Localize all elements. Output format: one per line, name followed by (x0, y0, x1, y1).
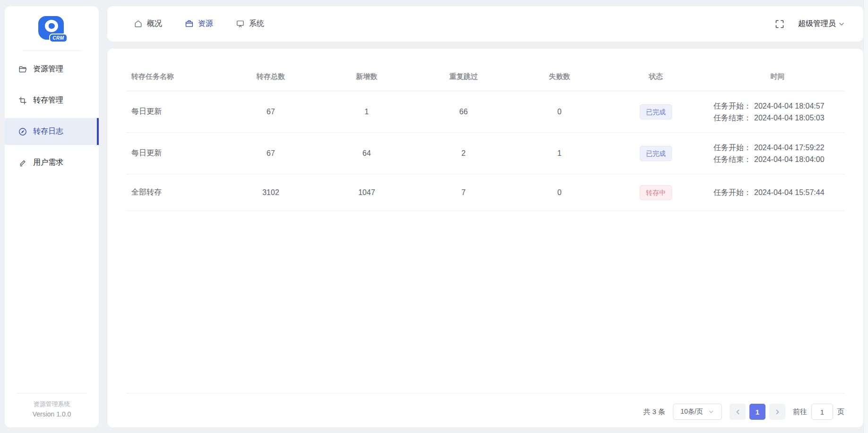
user-menu[interactable]: 超级管理员 (798, 19, 845, 29)
sidebar-menu: 资源管理 转存管理 转存日志 (5, 56, 99, 180)
cell-total: 67 (217, 149, 324, 158)
prev-page-button[interactable] (730, 404, 746, 420)
sidebar-footer: 资源管理系统 Version 1.0.0 (17, 393, 87, 427)
page-size-value: 10条/页 (680, 408, 703, 416)
crop-icon (18, 96, 27, 105)
column-header-status: 状态 (601, 72, 711, 81)
sidebar-item-user-requirements[interactable]: 用户需求 (5, 149, 99, 176)
cell-failed: 0 (518, 108, 601, 116)
chevron-down-icon (838, 20, 845, 28)
user-menu-label: 超级管理员 (798, 19, 836, 29)
column-header-added: 新增数 (324, 72, 409, 81)
sidebar-item-label: 用户需求 (33, 158, 63, 168)
table-header-row: 转存任务名称 转存总数 新增数 重复跳过 失败数 状态 时间 (126, 63, 844, 91)
divider (126, 393, 844, 393)
app-name: 资源管理系统 (17, 400, 87, 408)
cell-task-name: 全部转存 (126, 187, 217, 197)
tab-label: 概况 (147, 19, 162, 29)
status-badge: 已完成 (640, 146, 672, 161)
cell-skipped: 66 (409, 108, 518, 116)
task-start-time: 任务开始：2024-04-04 15:57:44 (713, 187, 844, 198)
compass-icon (18, 127, 27, 136)
column-header-total: 转存总数 (217, 72, 324, 81)
app-logo: CRM (5, 6, 99, 49)
cell-failed: 1 (518, 149, 601, 158)
column-header-skipped: 重复跳过 (409, 72, 518, 81)
sidebar-item-label: 转存管理 (33, 95, 63, 105)
next-page-button[interactable] (769, 404, 785, 420)
nav-tabs: 概况 资源 系统 (134, 19, 264, 29)
chevron-left-icon (734, 408, 741, 416)
column-header-failed: 失败数 (518, 72, 601, 81)
table-row: 每日更新 67 1 66 0 已完成 任务开始：2024-04-04 18:04… (126, 91, 844, 133)
transfer-log-table: 转存任务名称 转存总数 新增数 重复跳过 失败数 状态 时间 每日更新 67 1… (107, 49, 863, 211)
topbar-right: 超级管理员 (774, 19, 845, 29)
presentation-icon (236, 19, 245, 28)
topbar: 概况 资源 系统 (107, 6, 863, 42)
status-badge: 已完成 (640, 104, 672, 119)
column-header-task-name: 转存任务名称 (126, 72, 217, 81)
tab-label: 资源 (198, 19, 213, 29)
main-panel: 转存任务名称 转存总数 新增数 重复跳过 失败数 状态 时间 每日更新 67 1… (107, 49, 863, 427)
pencil-icon (18, 159, 27, 167)
pager: 1 (730, 404, 785, 420)
logo-text: CRM (49, 34, 67, 42)
cell-added: 64 (324, 149, 409, 158)
chevron-right-icon (774, 408, 781, 416)
pagination-total: 共 3 条 (643, 408, 665, 416)
cell-task-name: 每日更新 (126, 148, 217, 158)
page-scrollbar[interactable] (864, 0, 868, 433)
goto-suffix: 页 (837, 408, 844, 416)
cell-skipped: 7 (409, 188, 518, 197)
page-size-select[interactable]: 10条/页 (673, 404, 722, 420)
task-start-time: 任务开始：2024-04-04 18:04:57 (713, 100, 844, 112)
status-badge: 转存中 (640, 185, 672, 200)
task-end-time: 任务结束：2024-04-04 18:05:03 (713, 112, 844, 124)
goto-label: 前往 (793, 408, 807, 416)
app-version: Version 1.0.0 (17, 410, 87, 418)
sidebar-item-label: 资源管理 (33, 64, 63, 74)
chevron-down-icon (708, 408, 714, 415)
cell-failed: 0 (518, 188, 601, 197)
sidebar-item-resource-management[interactable]: 资源管理 (5, 56, 99, 83)
tab-overview[interactable]: 概况 (134, 19, 162, 29)
task-end-time: 任务结束：2024-04-04 18:04:00 (713, 153, 844, 165)
table-row: 全部转存 3102 1047 7 0 转存中 任务开始：2024-04-04 1… (126, 174, 844, 211)
divider (22, 51, 81, 51)
cell-total: 67 (217, 108, 324, 116)
tab-resources[interactable]: 资源 (185, 19, 213, 29)
task-start-time: 任务开始：2024-04-04 17:59:22 (713, 142, 844, 153)
cell-added: 1047 (324, 188, 409, 197)
sidebar-item-transfer-management[interactable]: 转存管理 (5, 87, 99, 114)
goto-page-input[interactable] (811, 404, 833, 420)
sidebar: CRM 资源管理 转存管理 (5, 6, 99, 427)
briefcase-icon (185, 19, 194, 28)
crm-logo-icon: CRM (38, 16, 66, 42)
fullscreen-icon[interactable] (774, 19, 785, 29)
folder-icon (18, 65, 27, 74)
pagination: 共 3 条 10条/页 1 (643, 404, 844, 419)
tab-system[interactable]: 系统 (236, 19, 264, 29)
sidebar-item-label: 转存日志 (33, 127, 63, 136)
page-number-button[interactable]: 1 (749, 404, 765, 420)
column-header-time: 时间 (711, 72, 844, 81)
tab-label: 系统 (249, 19, 264, 29)
table-row: 每日更新 67 64 2 1 已完成 任务开始：2024-04-04 17:59… (126, 133, 844, 174)
sidebar-item-transfer-log[interactable]: 转存日志 (5, 118, 99, 145)
home-icon (134, 19, 143, 28)
goto-page: 前往 页 (793, 404, 844, 420)
cell-task-name: 每日更新 (126, 107, 217, 117)
cell-added: 1 (324, 108, 409, 116)
cell-total: 3102 (217, 188, 324, 197)
cell-skipped: 2 (409, 149, 518, 158)
